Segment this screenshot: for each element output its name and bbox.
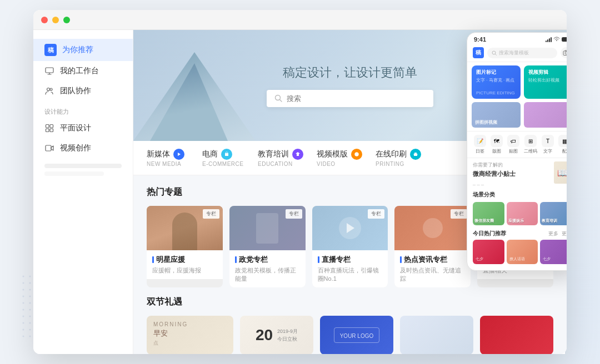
mobile-icon-sign[interactable]: 📝 日签 (474, 135, 486, 154)
hot-more-link[interactable]: 更多 (548, 230, 558, 237)
card-badge-party: 专栏 (286, 209, 302, 219)
svg-line-21 (496, 54, 497, 55)
card-desc-news: 及时热点资讯、无缝追踪 (400, 266, 465, 283)
mobile-card-video-edit[interactable]: 视频剪辑 轻松剪出好视频 (524, 65, 567, 99)
maximize-button[interactable] (63, 17, 70, 23)
mobile-card-collage[interactable]: 拼图拼视频 (472, 102, 521, 128)
category-new-media[interactable]: 新媒体 NEW MEDIA (147, 141, 202, 175)
mobile-icon-qr[interactable]: ⊞ 二维码 (524, 135, 537, 154)
hero-search-input[interactable] (287, 94, 426, 103)
category-name-print: 在线印刷 (376, 149, 407, 159)
flat-design-icon (44, 123, 54, 133)
scene-label-wechat: 微信朋友圈 (474, 218, 494, 224)
team-icon (44, 86, 54, 96)
hot-item-label-3: 七夕 (543, 256, 551, 262)
titlebar (33, 10, 567, 30)
hot-item-3[interactable]: 七夕 (540, 240, 567, 264)
festival-card-blue[interactable]: YOUR LOGO (320, 316, 393, 354)
mobile-bottom-cards: 拼图拼视频 (467, 102, 567, 131)
card-desc-party: 政党相关模板，传播正能量 (235, 266, 300, 283)
battery-icon (562, 37, 567, 42)
mobile-logo: 稿 (473, 47, 484, 58)
app-body: 稿 为你推荐 我的工作台 (33, 30, 567, 354)
card-label-star: 明星应援 (152, 255, 217, 265)
mobile-time: 9:41 (474, 36, 486, 43)
mobile-card-extra[interactable] (524, 102, 567, 128)
card-video-sub: 轻松剪出好视频 (528, 77, 567, 83)
card-pic-label: 图片标记 (476, 69, 516, 76)
sidebar-item-team[interactable]: 团队协作 (33, 81, 133, 101)
hero-search-bar[interactable] (267, 90, 433, 107)
close-button[interactable] (41, 17, 48, 23)
mobile-camera-icon[interactable] (561, 47, 567, 58)
hot-item-1[interactable]: 七夕 (473, 240, 504, 264)
card-badge-star: 专栏 (203, 209, 219, 219)
sidebar-item-workspace[interactable]: 我的工作台 (33, 61, 133, 81)
card-badge-live: 专栏 (368, 209, 384, 219)
category-video[interactable]: 视频模版 VIDEO (317, 141, 376, 175)
scene-label-education: 教育培训 (542, 218, 557, 224)
hot-card-star[interactable]: 专栏 明星应援 应援帽，应援海报 (147, 206, 223, 287)
hot-item-2[interactable]: 撩人话语 (507, 240, 538, 264)
category-badge-new-media (173, 149, 184, 160)
logo-placeholder: YOUR LOGO (334, 327, 380, 343)
festival-card-morning[interactable]: MORNING 早安 点 (147, 316, 233, 354)
category-name: 新媒体 (147, 149, 170, 159)
category-badge-ecommerce (221, 149, 232, 160)
minimize-button[interactable] (52, 17, 59, 23)
svg-marker-14 (178, 153, 181, 156)
sidebar-item-video[interactable]: 视频创作 (33, 138, 133, 158)
category-name-video: 视频模版 (317, 149, 348, 159)
tip-dots: _ _ _ (473, 180, 516, 185)
sidebar-placeholder-1 (44, 164, 122, 168)
category-ecommerce[interactable]: 电商 E-COMMERCE (202, 141, 258, 175)
svg-rect-18 (414, 153, 417, 154)
card-pic-sub2: PICTURE EDITING (476, 90, 516, 95)
scene-card-education[interactable]: 教育培训 (540, 202, 567, 225)
layout-icon: 🗺 (491, 135, 503, 147)
scene-card-entertainment[interactable]: 应援娱乐 (507, 202, 538, 225)
mobile-card-picture-editing[interactable]: 图片标记 文字 · 马赛克 · 画点 PICTURE EDITING (472, 65, 521, 99)
mobile-icon-layout[interactable]: 🗺 版图 (491, 135, 503, 154)
mobile-search-bar[interactable]: 搜索海量模板 (487, 48, 557, 58)
mobile-icon-text[interactable]: T 文字 (542, 135, 554, 154)
mobile-header: 稿 搜索海量模板 (467, 45, 567, 62)
mobile-status-bar: 9:41 (467, 33, 567, 45)
category-top: 电商 (202, 149, 232, 160)
festival-card-num[interactable]: 20 2019-9月 今日立秋 (240, 316, 313, 354)
scene-label-entertainment: 应援娱乐 (508, 218, 524, 224)
svg-rect-11 (46, 145, 51, 151)
hot-items: 七夕 撩人话语 七夕 (473, 240, 567, 264)
hot-card-news[interactable]: 专栏 热点资讯专栏 及时热点资讯、无缝追踪 (394, 206, 471, 287)
mobile-icon-row: 📝 日签 🗺 版图 🏷 贴图 ⊞ 二维码 T 文字 (467, 131, 567, 158)
mobile-icon-sticker[interactable]: 🏷 贴图 (507, 135, 519, 154)
morning-tag: 点 (153, 340, 227, 347)
hot-more-link2[interactable]: 更多 (562, 230, 567, 237)
sidebar-item-flat-design[interactable]: 平面设计 (33, 118, 133, 138)
festival-card-light[interactable] (400, 316, 473, 354)
tip-text: 你需要了解的 微商经营小贴士 _ _ _ (473, 161, 516, 185)
scene-card-wechat[interactable]: 微信朋友圈 (473, 202, 504, 225)
category-sub-education: EDUCATION (258, 161, 293, 167)
category-education[interactable]: 教育培训 EDUCATION (258, 141, 317, 175)
festival-cards: MORNING 早安 点 20 2019-9月 今日立秋 (147, 316, 553, 354)
sidebar-item-recommended[interactable]: 稿 为你推荐 (33, 39, 133, 61)
recommended-label: 为你推荐 (62, 45, 93, 55)
svg-rect-9 (46, 129, 49, 132)
category-print[interactable]: 在线印刷 PRINTING (376, 141, 434, 175)
search-icon (274, 94, 282, 102)
hot-card-img-live: 专栏 (312, 206, 388, 250)
svg-point-23 (565, 52, 567, 54)
mobile-hot-section: 今日热门推荐 更多 更多 七夕 撩人话语 七夕 (467, 228, 567, 266)
category-top: 新媒体 (147, 149, 184, 160)
mobile-icon-more[interactable]: ▦ 配 (558, 135, 567, 154)
festival-card-red[interactable] (480, 316, 553, 354)
svg-line-13 (280, 100, 282, 102)
svg-rect-8 (50, 125, 53, 128)
tip-pre: 你需要了解的 (473, 161, 516, 169)
svg-rect-2 (46, 68, 53, 73)
card-info-party: 政党专栏 政党相关模板，传播正能量 (229, 250, 306, 287)
mobile-status-icons (546, 37, 567, 42)
hot-card-party[interactable]: 专栏 政党专栏 政党相关模板，传播正能量 (229, 206, 306, 287)
hot-card-live[interactable]: 专栏 直播专栏 百种直播玩法，引爆镜圈No.1 (312, 206, 388, 287)
